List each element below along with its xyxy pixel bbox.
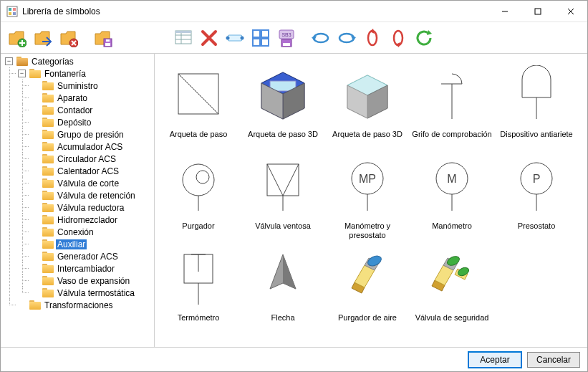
symbol-item[interactable]: Purgador de aire xyxy=(325,242,410,333)
tree-root-item[interactable]: −Categorías xyxy=(4,55,154,67)
tree-group-label: Fontanería xyxy=(43,69,87,79)
tree-item[interactable]: Vaso de expansión xyxy=(29,275,154,287)
tree-item-label: Calentador ACS xyxy=(56,166,120,176)
symbol-thumbnail xyxy=(164,243,233,312)
cancel-button[interactable]: Cancelar xyxy=(527,352,580,368)
delete-symbol-button[interactable] xyxy=(198,27,220,49)
table-browse-button[interactable] xyxy=(173,27,194,49)
tree-item[interactable]: Acumulador ACS xyxy=(29,140,154,153)
maximize-button[interactable] xyxy=(521,1,554,22)
tree-item[interactable]: Hidromezclador xyxy=(29,214,154,226)
symbol-label: Arqueta de paso 3D xyxy=(248,130,318,148)
tree-item-label: Contador xyxy=(56,105,94,115)
minimize-button[interactable] xyxy=(488,1,521,22)
svg-rect-6 xyxy=(535,9,541,14)
svg-point-26 xyxy=(226,36,230,39)
svg-rect-25 xyxy=(228,35,242,41)
rotate-cw-y-button[interactable] xyxy=(387,27,409,49)
ok-button[interactable]: Aceptar xyxy=(468,352,521,368)
svg-rect-17 xyxy=(106,39,110,42)
symbol-thumbnail xyxy=(502,151,571,220)
symbol-item[interactable]: Dispositivo antiariete xyxy=(494,58,579,150)
tree-item-label: Vaso de expansión xyxy=(56,276,131,286)
rotate-cw-x-button[interactable] xyxy=(336,27,357,49)
window-title: Librería de símbolos xyxy=(22,6,488,16)
rotate-ccw-x-button[interactable] xyxy=(310,27,332,49)
symbol-thumbnail xyxy=(164,151,233,220)
symbol-item[interactable]: Flecha xyxy=(241,242,325,333)
folder-open-button[interactable] xyxy=(32,27,54,49)
folder-save-button[interactable] xyxy=(92,27,114,49)
tree-item-label: Depósito xyxy=(56,118,92,128)
folder-delete-button[interactable] xyxy=(58,27,79,49)
symbol-thumbnail xyxy=(333,59,402,128)
tree-item[interactable]: Válvula termostática xyxy=(29,287,154,299)
svg-point-27 xyxy=(241,36,244,39)
dialog-footer: Aceptar Cancelar xyxy=(1,347,587,371)
collapse-icon[interactable]: − xyxy=(5,57,13,65)
folder-add-button[interactable] xyxy=(6,27,28,49)
symbol-label: Grifo de comprobación xyxy=(412,130,491,148)
symbol-item[interactable]: Grifo de comprobación xyxy=(410,58,494,150)
folder-icon xyxy=(16,57,28,66)
tree-group-item[interactable]: −Fontanería xyxy=(16,67,154,80)
expander-icon[interactable]: − xyxy=(18,70,26,77)
svg-rect-2 xyxy=(13,8,16,11)
tree-item[interactable]: Depósito xyxy=(29,116,154,128)
rotate-ccw-y-button[interactable] xyxy=(362,27,383,49)
symbol-label: Arqueta de paso xyxy=(170,130,228,148)
tree-item-label: Válvula de retención xyxy=(56,191,137,201)
symbol-thumbnail xyxy=(333,243,402,312)
tile-view-button[interactable] xyxy=(250,27,271,49)
symbol-item[interactable]: Manómetro y presostato xyxy=(325,150,410,242)
refresh-button[interactable] xyxy=(413,27,435,49)
svg-point-40 xyxy=(368,31,377,45)
tree-item[interactable]: Circulador ACS xyxy=(29,153,154,165)
tree-item[interactable]: Calentador ACS xyxy=(29,165,154,177)
tree-item-label: Hidromezclador xyxy=(56,215,119,225)
tree-item[interactable]: Generador ACS xyxy=(29,250,154,262)
folder-icon xyxy=(42,130,54,139)
tree-item[interactable]: Aparato xyxy=(29,92,154,104)
symbol-item[interactable]: Arqueta de paso 3D xyxy=(325,58,410,150)
symbol-item[interactable]: Purgador xyxy=(156,150,241,242)
symbol-item[interactable]: Válvula de seguridad xyxy=(410,242,494,333)
symbol-item[interactable]: Arqueta de paso 3D xyxy=(241,58,325,150)
tree-item[interactable]: Conexión xyxy=(29,226,154,238)
symbol-thumbnail xyxy=(418,59,486,128)
svg-point-36 xyxy=(314,34,328,42)
tree-item[interactable]: Válvula de retención xyxy=(29,189,154,201)
symbol-label: Termómetro xyxy=(178,313,220,332)
folder-icon xyxy=(42,191,54,200)
symbol-item[interactable]: Termómetro xyxy=(156,242,241,333)
category-tree[interactable]: −Categorías−FontaneríaSuministroAparatoC… xyxy=(1,54,155,347)
tree-item[interactable]: Suministro xyxy=(29,80,154,92)
svg-point-42 xyxy=(394,31,403,45)
tree-item-label: Generador ACS xyxy=(56,252,120,262)
caption-button[interactable] xyxy=(224,27,246,49)
svg-rect-30 xyxy=(253,39,260,46)
sb3-save-button[interactable]: SB3 xyxy=(276,27,297,49)
symbol-label: Purgador de aire xyxy=(338,313,397,332)
symbol-label: Manómetro y presostato xyxy=(327,221,408,240)
tree-item[interactable]: Auxiliar xyxy=(29,238,154,250)
tree-item-label: Conexión xyxy=(56,227,95,237)
folder-icon xyxy=(42,166,54,176)
symbol-item[interactable]: Manómetro xyxy=(410,150,494,242)
svg-rect-28 xyxy=(253,30,260,37)
close-button[interactable] xyxy=(554,1,587,22)
tree-item[interactable]: Intercambiador xyxy=(29,262,154,275)
symbol-item[interactable]: Arqueta de paso xyxy=(156,58,241,150)
tree-item[interactable]: Válvula de corte xyxy=(29,177,154,189)
svg-rect-1 xyxy=(9,8,11,11)
tree-item[interactable]: Grupo de presión xyxy=(29,128,154,140)
tree-item[interactable]: Contador xyxy=(29,104,154,116)
symbol-item[interactable]: Presostato xyxy=(494,150,579,242)
tree-item-label: Circulador ACS xyxy=(56,154,117,164)
tree-item[interactable]: Válvula reductora xyxy=(29,201,154,214)
tree-group-item[interactable]: Transformaciones xyxy=(16,299,154,311)
symbol-label: Válvula ventosa xyxy=(255,221,311,240)
symbol-label: Flecha xyxy=(271,313,294,332)
folder-icon xyxy=(42,178,54,188)
symbol-item[interactable]: Válvula ventosa xyxy=(241,150,325,242)
